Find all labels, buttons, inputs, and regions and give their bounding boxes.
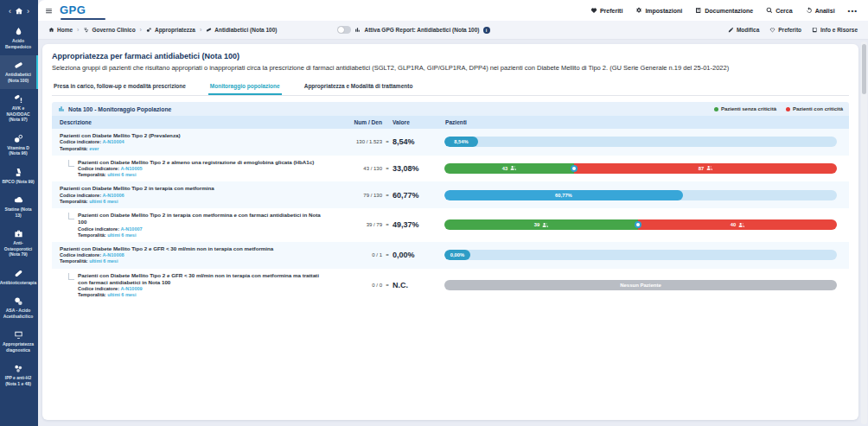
analysis-icon — [806, 7, 813, 14]
vertical-scrollbar[interactable] — [861, 41, 867, 424]
tree-connector-icon — [68, 160, 74, 167]
bar-value-segment[interactable]: 8,54% — [444, 137, 478, 147]
temporality-value[interactable]: ultimi 6 mesi — [107, 172, 136, 177]
temporality-label: Temporalità: — [78, 232, 106, 238]
cerca-button[interactable]: Cerca — [766, 7, 792, 14]
sidebar-nav: ‹ › — [0, 0, 38, 22]
bar-value-segment[interactable]: 60,77% — [444, 190, 683, 200]
heart-icon — [590, 7, 597, 14]
temporality-value[interactable]: ultimi 6 mesi — [107, 292, 136, 297]
hamburger-menu-icon[interactable] — [45, 7, 53, 15]
sidebar-item-label: AVK e NAO/DOAC (Nota 97) — [2, 105, 35, 123]
bar-segment-con-criticita[interactable]: 40 — [638, 219, 837, 230]
indicator-code-link[interactable]: A-N10007 — [121, 226, 143, 232]
sidebar-item-asa-acido-acetilsalicilico[interactable]: ASA - Acido Acetilsalicilico — [0, 291, 38, 325]
sidebar-item-bpco[interactable]: BPCO (Nota 99) — [0, 162, 38, 191]
patients-bar-empty[interactable]: Nessun Paziente — [444, 280, 837, 290]
sidebar-item-ipp-anti-h2[interactable]: IPP e anti-H2 (Nota 1 e 48) — [0, 359, 38, 392]
code-label: Codice indicatore: — [78, 166, 119, 171]
info-icon[interactable]: i — [483, 27, 490, 34]
sidebar-item-appropriatezza-diagnostica[interactable]: Appropriatezza diagnostica — [0, 325, 38, 359]
preferiti-button[interactable]: Preferiti — [590, 7, 622, 14]
app-logo[interactable]: GPG — [53, 2, 105, 20]
indicator-code-link[interactable]: A-N10006 — [103, 193, 124, 198]
bar-split-handle[interactable] — [571, 165, 578, 172]
sidebar-item-antidiabetici[interactable]: Antidiabetici (Nota 100) — [0, 55, 38, 89]
sidebar-item-avk-nao-doac[interactable]: AVK e NAO/DOAC (Nota 97) — [0, 89, 38, 129]
more-options-icon[interactable]: ••• — [848, 7, 858, 15]
indicator-description: Pazienti con Diabete Mellito Tipo 2 e al… — [78, 159, 314, 166]
legend-item-con-criticita: Pazienti con criticità — [786, 106, 843, 111]
gpg-report-toggle[interactable] — [337, 26, 351, 34]
temporality-value[interactable]: ultimi 6 mesi — [89, 258, 118, 264]
patients-bar[interactable]: 4387 — [444, 163, 837, 174]
impostazioni-button[interactable]: Impostazioni — [635, 7, 682, 14]
users-icon — [738, 222, 744, 228]
home-icon[interactable] — [15, 7, 23, 16]
stethoscope-icon — [83, 27, 89, 33]
book-icon — [812, 27, 818, 33]
num-den-value: 130 / 1.523 — [325, 139, 382, 144]
gpg-report-group: Attiva GPG Report: Antidiabetici (Nota 1… — [337, 26, 489, 34]
users-icon — [706, 165, 712, 171]
pill-icon — [206, 27, 212, 33]
bar-segment-senza-criticita[interactable]: 39 — [444, 219, 638, 230]
breadcrumb-governo-clinico[interactable]: Governo Clinico — [83, 27, 135, 33]
modifica-button[interactable]: Modifica — [728, 27, 759, 33]
sidebar-item-statine[interactable]: Statine (Nota 13) — [0, 190, 38, 224]
capsule-icon — [14, 269, 23, 278]
breadcrumb-antidiabetici[interactable]: Antidiabetici (Nota 100) — [206, 27, 277, 33]
patients-bar[interactable]: 8,54% — [444, 137, 837, 147]
book-icon — [695, 7, 702, 14]
bar-segment-con-criticita[interactable]: 87 — [574, 163, 837, 174]
temporality-value[interactable]: ultimi 6 mesi — [89, 199, 118, 204]
temporality-value[interactable]: ultimi 6 mesi — [107, 232, 136, 238]
indicator-code-link[interactable]: A-N10008 — [103, 252, 124, 258]
tab-monitoraggio-popolazione[interactable]: Monitoraggio popolazione — [208, 83, 282, 95]
sidebar-item-antibioticoterapia[interactable]: Antibioticoterapia — [0, 264, 38, 292]
temporality-label: Temporalità: — [78, 292, 106, 297]
temporality-value[interactable]: ever — [89, 146, 99, 151]
stack-icon — [14, 364, 23, 373]
sidebar-item-label: BPCO (Nota 99) — [2, 179, 34, 185]
bar-value-segment[interactable]: 0,00% — [444, 250, 470, 260]
breadcrumb-home[interactable]: Home — [48, 27, 73, 33]
tab-appropriatezza-trattamento[interactable]: Appropriatezza e Modalità di trattamento — [303, 83, 415, 95]
num-den-value: 0 / 0 — [325, 283, 382, 288]
indicator-description: Pazienti con Diabete Mellito Tipo 2 e GF… — [78, 272, 325, 287]
patients-bar[interactable]: 0,00% — [444, 250, 837, 260]
tree-connector-icon — [68, 273, 74, 280]
legend-item-senza-criticita: Pazienti senza criticità — [714, 106, 776, 111]
breadcrumb-appropriatezza[interactable]: Appropriatezza — [146, 27, 195, 33]
tab-presa-in-carico[interactable]: Presa in carico, follow-up e modalità pr… — [52, 83, 188, 95]
info-risorse-button[interactable]: Info e Risorse — [812, 27, 858, 33]
users-icon — [510, 165, 516, 171]
equals-sign: = — [382, 283, 393, 288]
chevron-left-icon[interactable]: ‹ — [9, 8, 11, 16]
sidebar-item-vitamina-d[interactable]: Vitamina D (Nota 96) — [0, 129, 38, 162]
patients-bar[interactable]: 3940 — [444, 219, 837, 230]
sidebar-item-acido-bempedoico[interactable]: Acido Bempedoico — [0, 22, 38, 55]
breadcrumb-separator: › — [140, 27, 142, 33]
chevron-right-icon[interactable]: › — [27, 8, 29, 16]
search-icon — [766, 7, 773, 14]
bar-split-handle[interactable] — [635, 221, 641, 228]
analisi-button[interactable]: Analisi — [806, 7, 835, 14]
breadcrumb-bar: Home › Governo Clinico › Appropriatezza … — [38, 21, 868, 40]
pencil-icon — [728, 27, 734, 33]
indicator-code-link[interactable]: A-N10004 — [103, 139, 124, 144]
sidebar-item-anti-osteoporotici[interactable]: Anti-Osteoporotici (Nota 79) — [0, 224, 38, 264]
patients-bar[interactable]: 60,77% — [444, 190, 837, 200]
indicator-code-link[interactable]: A-N10009 — [121, 286, 143, 291]
content-area: Appropriatezza per farmaci antidiabetici… — [38, 40, 868, 426]
num-den-value: 43 / 130 — [325, 166, 382, 171]
indicator-value: 49,37% — [393, 220, 443, 229]
breadcrumb-separator: › — [200, 27, 201, 33]
num-den-value: 0 / 1 — [325, 252, 382, 258]
bar-segment-senza-criticita[interactable]: 43 — [444, 163, 574, 174]
preferito-button[interactable]: Preferito — [769, 27, 801, 33]
documentazione-button[interactable]: Documentazione — [695, 7, 753, 14]
scrollbar-thumb[interactable] — [862, 44, 866, 94]
indicator-code-link[interactable]: A-N10005 — [121, 166, 143, 171]
breadcrumb-home-label: Home — [57, 27, 73, 33]
